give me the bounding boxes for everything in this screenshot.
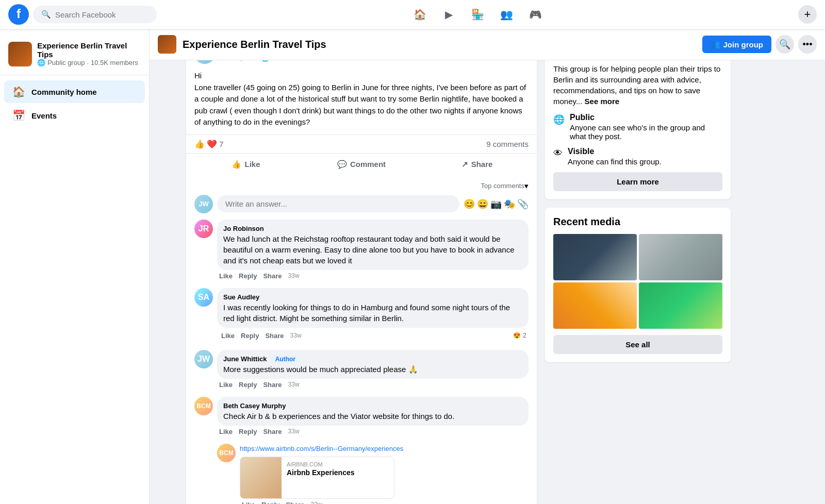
comment-time-beth-link: 33w — [311, 501, 322, 505]
community-home-icon: 🏠 — [12, 86, 25, 98]
share-comment-sue[interactable]: Share — [265, 332, 284, 340]
comment-bubble-sue: Sue Audley I was recently looking for th… — [217, 288, 529, 328]
comment-jo-robinson: JR Jo Robinson We had lunch at the Reich… — [194, 220, 529, 282]
comment-actions-beth-link: Like Reply Share 33w — [240, 499, 529, 505]
media-cell-4[interactable] — [639, 282, 722, 329]
comment-sue-audley: SA Sue Audley I was recently looking for… — [194, 288, 529, 344]
about-visible-item: 👁 Visible Anyone can find this group. — [553, 147, 722, 166]
comment-content-beth1: Beth Casey Murphy Check Air b & b experi… — [217, 397, 529, 438]
group-header-sidebar: Experience Berlin Travel Tips 🌐 Public g… — [0, 37, 149, 75]
learn-more-button[interactable]: Learn more — [553, 172, 722, 191]
search-input[interactable] — [55, 10, 148, 19]
nav-center: 🏠 ▶ 🏪 👥 🎮 — [407, 2, 548, 27]
emoji-button[interactable]: 😊 — [464, 198, 475, 210]
attachment-button[interactable]: 📎 — [517, 198, 529, 210]
share-comment-june[interactable]: Share — [263, 381, 282, 389]
media-image-4 — [639, 282, 722, 329]
join-icon: 👥 — [711, 40, 720, 49]
post-actions: 👍 Like 💬 Comment ↗ Share — [186, 154, 537, 175]
link-preview-content: AIRBNB.COM Airbnb Experiences — [282, 457, 394, 498]
more-options-button[interactable]: ••• — [798, 35, 817, 54]
comment-input-icons: 😊 😄 📷 🎭 📎 — [464, 198, 529, 210]
share-button[interactable]: ↗ Share — [419, 156, 535, 173]
share-comment-beth-link[interactable]: Share — [286, 501, 304, 505]
photo-button[interactable]: 📷 — [490, 198, 502, 210]
comment-actions-june: Like Reply Share 33w — [217, 379, 529, 391]
sidebar-item-label-events: Events — [31, 111, 57, 120]
comment-june-author: JW June Whittick Author More suggestions… — [194, 350, 529, 391]
about-public-content: Public Anyone can see who's in the group… — [570, 113, 722, 141]
comment-beth-1: BCM Beth Casey Murphy Check Air b & b ex… — [194, 397, 529, 438]
comment-content-sue: Sue Audley I was recently looking for th… — [217, 288, 529, 344]
marketplace-nav-button[interactable]: 🏪 — [465, 2, 490, 27]
join-group-button[interactable]: 👥 Join group — [702, 36, 772, 53]
nav-right: + — [798, 5, 817, 24]
see-all-media-button[interactable]: See all — [553, 335, 722, 354]
eye-icon: 👁 — [553, 148, 563, 159]
current-user-avatar: JW — [194, 195, 213, 213]
search-group-button[interactable]: 🔍 — [776, 35, 794, 54]
reply-comment-beth1[interactable]: Reply — [239, 428, 257, 435]
right-sidebar: About This group is for helping people p… — [545, 37, 731, 371]
content-area: JW June Whittick June 1, 2022 🌐 ••• Hi — [178, 29, 797, 504]
group-top-thumbnail — [158, 35, 176, 54]
globe-about-icon: 🌐 — [553, 114, 565, 125]
reply-comment-jo[interactable]: Reply — [239, 272, 257, 280]
sticker-button[interactable]: 🎭 — [504, 198, 515, 210]
post-card: JW June Whittick June 1, 2022 🌐 ••• Hi — [186, 37, 537, 504]
see-more-about[interactable]: See more — [585, 97, 620, 106]
share-comment-beth1[interactable]: Share — [263, 428, 282, 435]
search-icon: 🔍 — [41, 10, 51, 19]
comment-actions-beth1: Like Reply Share 33w — [217, 426, 529, 438]
groups-nav-button[interactable]: 👥 — [494, 2, 519, 27]
reply-comment-june[interactable]: Reply — [239, 381, 257, 389]
comment-time-sue: 33w — [290, 332, 302, 340]
globe-icon: 🌐 — [37, 59, 45, 66]
like-comment-beth-link[interactable]: Like — [242, 501, 255, 505]
add-button[interactable]: + — [798, 5, 817, 24]
main-content: JW June Whittick June 1, 2022 🌐 ••• Hi — [150, 0, 825, 504]
left-sidebar: Experience Berlin Travel Tips 🌐 Public g… — [0, 29, 150, 504]
like-button[interactable]: 👍 Like — [188, 156, 304, 173]
comment-author-beth1: Beth Casey Murphy — [223, 402, 286, 410]
comment-time-beth1: 33w — [288, 428, 300, 435]
reaction-count-sue: 2 — [523, 332, 526, 339]
media-cell-1[interactable] — [553, 234, 637, 280]
comment-author-sue: Sue Audley — [223, 293, 259, 301]
facebook-logo[interactable]: f — [8, 4, 29, 25]
like-comment-sue[interactable]: Like — [221, 332, 235, 340]
public-title: Public — [570, 113, 722, 122]
comment-bubble-jo: Jo Robinson We had lunch at the Reichsta… — [217, 220, 529, 270]
comment-reaction-sue: 😍 2 — [513, 332, 526, 339]
author-badge: Author — [272, 355, 299, 363]
like-comment-june[interactable]: Like — [219, 381, 233, 389]
comment-text-sue: I was recently looking for things to do … — [223, 302, 522, 324]
like-comment-jo[interactable]: Like — [219, 272, 233, 280]
top-comments-label: Top comments — [481, 182, 524, 190]
home-nav-button[interactable]: 🏠 — [407, 2, 432, 27]
comment-button[interactable]: 💬 Comment — [304, 156, 419, 173]
search-bar[interactable]: 🔍 — [33, 6, 157, 23]
sidebar-item-community-home[interactable]: 🏠 Community home — [4, 80, 145, 103]
nav-left: f 🔍 — [8, 4, 157, 25]
media-cell-2[interactable] — [639, 234, 722, 280]
comment-bubble-june: June Whittick Author More suggestions wo… — [217, 350, 529, 379]
reaction-count: 7 — [219, 140, 223, 148]
sidebar-item-label-community: Community home — [31, 88, 97, 96]
share-comment-jo[interactable]: Share — [263, 272, 282, 280]
airbnb-link[interactable]: https://www.airbnb.com/s/Berlin--Germany… — [240, 445, 403, 452]
about-visible-content: Visible Anyone can find this group. — [568, 147, 662, 166]
media-image-1 — [553, 234, 637, 280]
write-answer-area: JW 😊 😄 📷 🎭 📎 — [194, 195, 529, 213]
sidebar-item-events[interactable]: 📅 Events — [4, 104, 145, 127]
like-comment-beth1[interactable]: Like — [219, 428, 233, 435]
video-nav-button[interactable]: ▶ — [436, 2, 461, 27]
write-answer-input[interactable] — [217, 195, 459, 212]
reply-comment-beth-link[interactable]: Reply — [261, 501, 279, 505]
group-top-bar-left: Experience Berlin Travel Tips — [158, 35, 326, 54]
gif-button[interactable]: 😄 — [477, 198, 488, 210]
media-cell-3[interactable] — [553, 282, 637, 329]
reply-comment-sue[interactable]: Reply — [241, 332, 259, 340]
comment-beth-link: BCM https://www.airbnb.com/s/Berlin--Ger… — [217, 444, 529, 505]
gaming-nav-button[interactable]: 🎮 — [523, 2, 548, 27]
